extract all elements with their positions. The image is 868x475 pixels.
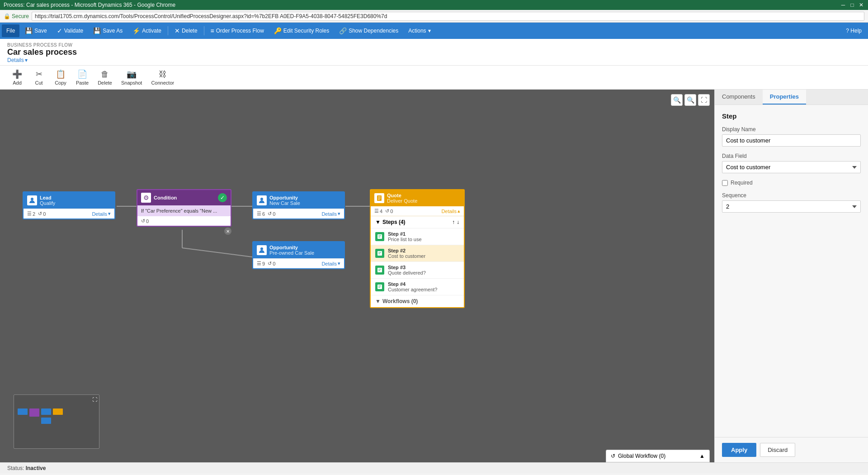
condition-flows-count: 0 <box>146 218 149 224</box>
quote-info: Quote Deliver Quote <box>387 193 417 204</box>
maximize-btn[interactable]: □ <box>849 2 855 8</box>
opp-pre-details-label: Details <box>321 261 337 266</box>
workflows-header: ▼ Workflows (0) <box>371 295 464 307</box>
status-label: Status: <box>7 465 24 471</box>
display-name-label: Display Name <box>722 126 861 133</box>
actions-label: Actions <box>408 28 426 34</box>
opp-pre-header: Opportunity Pre-owned Car Sale <box>253 242 344 258</box>
paste-toolbar-button[interactable]: 📄 Paste <box>72 67 92 87</box>
required-label: Required <box>731 180 753 186</box>
actions-button[interactable]: Actions ▾ <box>404 24 435 37</box>
fit-screen-button[interactable]: ⛶ <box>698 94 710 106</box>
lead-node-subtitle: Qualify <box>40 200 55 206</box>
snapshot-icon: 📷 <box>127 69 137 79</box>
apply-button[interactable]: Apply <box>722 443 756 457</box>
zoom-out-button[interactable]: 🔍 <box>671 94 683 106</box>
step-2-item[interactable]: Step #2 Cost to customer <box>371 245 464 262</box>
canvas-area[interactable]: 🔍 🔍 ⛶ Lead Qualify <box>0 90 714 462</box>
display-name-input[interactable] <box>722 134 861 147</box>
url-bar[interactable]: https://trial1705.crm.dynamics.com/Tools… <box>32 12 864 21</box>
step-section-title: Step <box>722 112 861 120</box>
condition-node[interactable]: ⚙ Condition ✓ If "Car Preference" equals… <box>137 189 231 227</box>
copy-icon: 📋 <box>56 69 66 79</box>
step-4-item[interactable]: Step #4 Customer agreement? <box>371 279 464 295</box>
global-workflow-collapse-icon[interactable]: ▲ <box>699 453 705 459</box>
opp-pre-details-button[interactable]: Details ▾ <box>321 261 340 266</box>
opp-new-subtitle: New Car Sale <box>269 200 300 206</box>
condition-flow-icon: ↺ <box>141 218 145 224</box>
zoom-in-button[interactable]: 🔍 <box>684 94 696 106</box>
quote-steps-icon: ☰ <box>374 208 379 214</box>
edit-security-roles-button[interactable]: 🔑 Edit Security Roles <box>269 24 334 37</box>
file-button[interactable]: File <box>2 24 19 37</box>
step-1-item[interactable]: Step #1 Price list to use <box>371 228 464 245</box>
condition-close-button[interactable]: ✕ <box>224 228 231 235</box>
minimize-btn[interactable]: ─ <box>840 2 846 8</box>
lock-icon: 🔒 <box>4 13 10 19</box>
condition-icon: ⚙ <box>141 193 151 203</box>
quote-details-label: Details <box>441 209 457 214</box>
process-details-link[interactable]: Details ▾ <box>7 57 861 63</box>
condition-body: If "Car Preference" equals "New ... <box>137 205 231 216</box>
steps-down-icon[interactable]: ↓ <box>457 219 459 225</box>
lead-node[interactable]: Lead Qualify ☰ 2 ↺ 0 Details ▾ <box>23 191 115 219</box>
cut-toolbar-button[interactable]: ✂ Cut <box>29 67 49 87</box>
quote-details-button[interactable]: Details ▴ <box>441 208 460 214</box>
opp-new-details-button[interactable]: Details ▾ <box>321 211 340 217</box>
add-toolbar-button[interactable]: ➕ Add <box>7 67 27 87</box>
opportunity-new-node[interactable]: Opportunity New Car Sale ☰ 6 ↺ 0 Details… <box>252 191 345 219</box>
quote-subtitle: Deliver Quote <box>387 198 417 204</box>
sequence-select[interactable]: 2 <box>722 200 861 213</box>
ribbon: File 💾 Save ✓ Validate 💾 Save As ⚡ Activ… <box>0 23 868 39</box>
workflows-collapse-icon[interactable]: ▼ <box>375 298 381 304</box>
properties-tab[interactable]: Properties <box>763 90 806 104</box>
copy-toolbar-button[interactable]: 📋 Copy <box>51 67 71 87</box>
components-tab-label: Components <box>722 93 755 100</box>
details-chevron-icon: ▾ <box>25 57 28 63</box>
snapshot-toolbar-button[interactable]: 📷 Snapshot <box>118 67 146 87</box>
connector-toolbar-button[interactable]: ⛓ Connector <box>147 68 178 87</box>
opp-pre-details-chevron-icon: ▾ <box>338 261 340 266</box>
dependencies-icon: 🔗 <box>339 27 347 34</box>
opp-new-steps-badge: ☰ 6 <box>257 211 265 217</box>
opp-pre-subtitle: Pre-owned Car Sale <box>269 250 314 256</box>
right-panel: Components Properties Step Display Name … <box>714 90 868 462</box>
lead-details-button[interactable]: Details ▾ <box>92 211 111 217</box>
svg-point-6 <box>260 198 263 200</box>
components-tab[interactable]: Components <box>715 90 763 104</box>
steps-up-icon[interactable]: ↑ <box>452 219 455 225</box>
save-as-button[interactable]: 💾 Save As <box>89 24 127 37</box>
mini-map: ⛶ <box>14 394 99 449</box>
help-button[interactable]: ? Help <box>841 24 866 37</box>
steps-collapse-icon[interactable]: ▼ <box>375 219 381 225</box>
paste-icon: 📄 <box>77 69 87 79</box>
steps-label: Steps (4) <box>382 219 406 225</box>
copy-label: Copy <box>55 80 66 86</box>
global-workflow-bar[interactable]: ↺ Global Workflow (0) ▲ <box>606 450 710 462</box>
show-dependencies-button[interactable]: 🔗 Show Dependencies <box>335 24 403 37</box>
opp-new-flows-count: 0 <box>273 211 275 217</box>
save-button[interactable]: 💾 Save <box>20 24 51 37</box>
required-checkbox[interactable] <box>722 180 728 186</box>
mini-map-expand-button[interactable]: ⛶ <box>92 397 97 402</box>
close-btn[interactable]: ✕ <box>858 2 864 8</box>
order-process-flow-button[interactable]: ≡ Order Process Flow <box>206 24 269 37</box>
discard-button[interactable]: Discard <box>760 443 795 457</box>
validate-button[interactable]: ✓ Validate <box>52 24 88 37</box>
sequence-label: Sequence <box>722 192 861 199</box>
step-2-name: Cost to customer <box>388 253 459 259</box>
lead-node-type: Lead <box>40 195 55 200</box>
data-field-select[interactable]: Cost to customer <box>722 161 861 173</box>
delete-toolbar-label: Delete <box>98 80 112 86</box>
global-workflow-refresh-icon: ↺ <box>611 453 615 459</box>
delete-button[interactable]: ✕ Delete <box>170 24 202 37</box>
delete-toolbar-button[interactable]: 🗑 Delete <box>94 68 116 87</box>
step-1-name: Price list to use <box>388 237 459 242</box>
quote-expanded-node[interactable]: Quote Deliver Quote ☰ 4 ↺ 0 Details <box>370 189 465 308</box>
help-label: ? Help <box>846 28 862 34</box>
step-3-item[interactable]: Step #3 Quote delivered? <box>371 262 464 279</box>
opp-new-details-chevron-icon: ▾ <box>338 211 340 217</box>
svg-rect-21 <box>377 285 382 289</box>
opportunity-preowned-node[interactable]: Opportunity Pre-owned Car Sale ☰ 9 ↺ 0 D… <box>252 241 345 269</box>
activate-button[interactable]: ⚡ Activate <box>128 24 166 37</box>
